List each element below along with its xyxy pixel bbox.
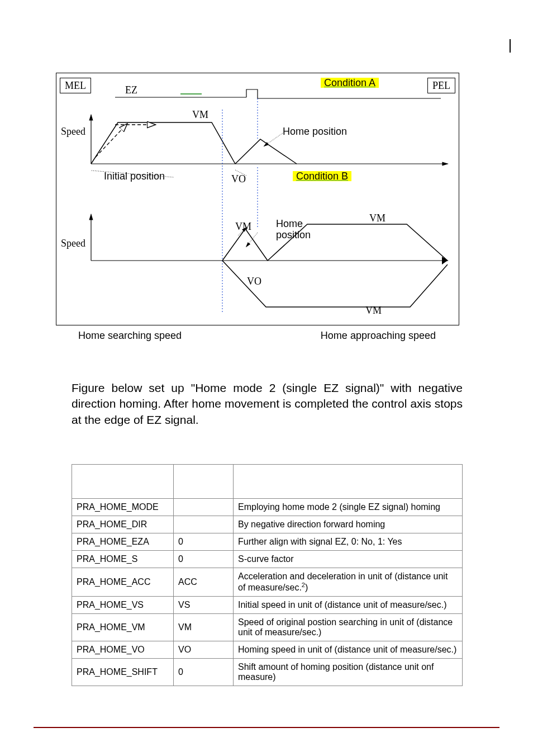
document-page: MEL PEL EZ Condition A Condition B Speed…	[0, 0, 533, 756]
param-value: VS	[174, 597, 234, 614]
table-row: PRA_HOME_VSVSInitial speed in unit of (d…	[72, 597, 463, 614]
param-name: PRA_HOME_SHIFT	[72, 659, 174, 686]
param-desc: Initial speed in unit of (distance unit …	[234, 597, 463, 614]
table-row: PRA_HOME_VOVOHoming speed in unit of (di…	[72, 641, 463, 659]
param-name: PRA_HOME_VS	[72, 597, 174, 614]
table-row: PRA_HOME_DIRBy negative direction forwar…	[72, 516, 463, 533]
table-row: PRA_HOME_VMVMSpeed of original postion s…	[72, 614, 463, 641]
param-desc: Acceleration and deceleration in unit of…	[234, 568, 463, 597]
footer-rule	[34, 727, 499, 728]
homing-diagram: MEL PEL EZ Condition A Condition B Speed…	[56, 73, 459, 325]
param-desc: Homing speed in unit of (distance unit o…	[234, 641, 463, 659]
text-cursor	[510, 39, 511, 53]
param-value: ACC	[174, 568, 234, 597]
table-row: PRA_HOME_SHIFT0Shift amount of homing po…	[72, 659, 463, 686]
svg-line-5	[96, 125, 126, 157]
caption-right: Home approaching speed	[298, 330, 458, 342]
table-row: PRA_HOME_EZA0Further align with signal E…	[72, 533, 463, 551]
param-value: VO	[174, 641, 234, 659]
caption-left: Home searching speed	[56, 330, 204, 342]
table-header	[174, 465, 234, 499]
param-name: PRA_HOME_S	[72, 551, 174, 568]
table-row: PRA_HOME_MODEEmploying home mode 2 (sing…	[72, 499, 463, 516]
param-name: PRA_HOME_ACC	[72, 568, 174, 597]
param-desc: S-curve factor	[234, 551, 463, 568]
param-value: 0	[174, 551, 234, 568]
paragraph: Figure below set up "Home mode 2 (single…	[72, 380, 463, 428]
param-name: PRA_HOME_MODE	[72, 499, 174, 516]
param-value: 0	[174, 533, 234, 551]
svg-line-7	[92, 171, 174, 177]
param-name: PRA_HOME_DIR	[72, 516, 174, 533]
param-value: 0	[174, 659, 234, 686]
param-desc: By negative direction forward homing	[234, 516, 463, 533]
param-name: PRA_HOME_VM	[72, 614, 174, 641]
param-value: VM	[174, 614, 234, 641]
param-name: PRA_HOME_VO	[72, 641, 174, 659]
parameter-table: PRA_HOME_MODEEmploying home mode 2 (sing…	[72, 464, 463, 686]
svg-line-8	[235, 170, 246, 176]
param-value	[174, 516, 234, 533]
table-header	[234, 465, 463, 499]
param-name: PRA_HOME_EZA	[72, 533, 174, 551]
param-desc: Shift amount of homing position (distanc…	[234, 659, 463, 686]
diagram-svg	[56, 73, 459, 325]
param-value	[174, 499, 234, 516]
table-header	[72, 465, 174, 499]
param-desc: Speed of original postion searching in u…	[234, 614, 463, 641]
table-row: PRA_HOME_S0S-curve factor	[72, 551, 463, 568]
diagram-captions: Home searching speed Home approaching sp…	[56, 330, 458, 342]
table-row: PRA_HOME_ACCACCAcceleration and decelera…	[72, 568, 463, 597]
param-desc: Employing home mode 2 (single EZ signal)…	[234, 499, 463, 516]
param-desc: Further align with signal EZ, 0: No, 1: …	[234, 533, 463, 551]
